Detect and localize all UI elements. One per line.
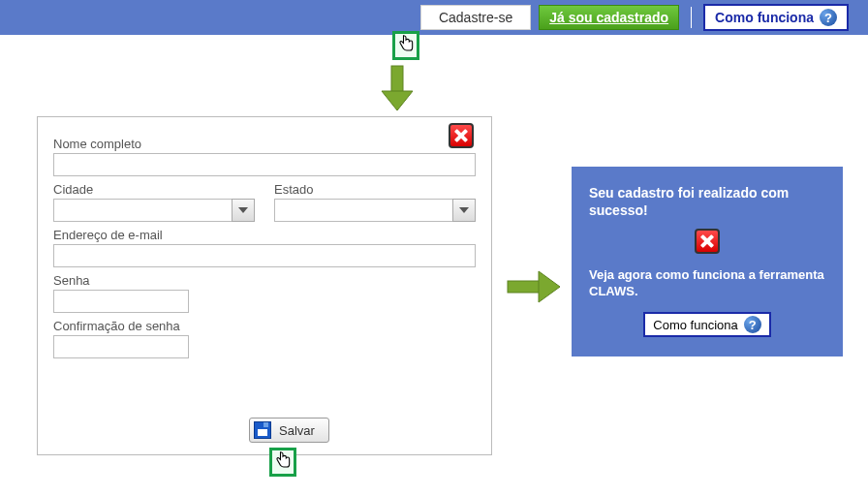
dropdown-button[interactable] — [232, 199, 255, 222]
register-form-panel: Nome completo Cidade Estado Endereço de … — [37, 116, 492, 455]
how-it-works-button[interactable]: Como funciona ? — [643, 312, 770, 337]
arrow-down-icon — [378, 64, 417, 112]
chevron-down-icon — [238, 207, 248, 213]
success-panel: Seu cadastro foi realizado com sucesso! … — [572, 167, 843, 356]
state-select[interactable] — [274, 199, 476, 222]
success-subtitle: Veja agora como funciona a ferramenta CL… — [589, 267, 825, 300]
save-button[interactable]: Salvar — [249, 418, 329, 443]
top-bar: Cadastre-se Já sou cadastrado Como funci… — [0, 0, 868, 35]
how-it-works-label: Como funciona — [715, 10, 814, 25]
email-input[interactable] — [53, 244, 476, 267]
fullname-input[interactable] — [53, 153, 476, 176]
city-select[interactable] — [53, 199, 255, 222]
save-button-label: Salvar — [279, 423, 315, 438]
confirm-password-input[interactable] — [53, 335, 189, 358]
svg-marker-1 — [382, 91, 413, 110]
cursor-pointer-icon — [392, 31, 419, 60]
password-input[interactable] — [53, 290, 189, 313]
close-button[interactable] — [589, 229, 825, 254]
how-it-works-button[interactable]: Como funciona ? — [703, 4, 849, 31]
success-title: Seu cadastro foi realizado com sucesso! — [589, 184, 825, 219]
save-disk-icon — [254, 421, 271, 439]
divider — [691, 7, 692, 28]
arrow-right-icon — [506, 267, 562, 306]
svg-marker-3 — [539, 271, 560, 302]
svg-rect-2 — [508, 281, 541, 293]
how-it-works-label: Como funciona — [653, 318, 737, 332]
dropdown-button[interactable] — [452, 199, 476, 222]
svg-rect-0 — [391, 66, 403, 93]
city-label: Cidade — [53, 182, 255, 197]
cursor-pointer-icon — [269, 448, 296, 477]
confirm-password-label: Confirmação de senha — [53, 319, 476, 333]
chevron-down-icon — [459, 207, 469, 213]
close-button[interactable] — [449, 123, 474, 148]
password-label: Senha — [53, 273, 476, 288]
register-button[interactable]: Cadastre-se — [420, 5, 531, 30]
fullname-label: Nome completo — [53, 137, 476, 151]
help-icon: ? — [820, 9, 837, 26]
state-label: Estado — [274, 182, 476, 197]
help-icon: ? — [744, 316, 761, 333]
email-label: Endereço de e-mail — [53, 228, 476, 242]
already-registered-button[interactable]: Já sou cadastrado — [539, 5, 679, 30]
close-icon — [449, 123, 474, 148]
